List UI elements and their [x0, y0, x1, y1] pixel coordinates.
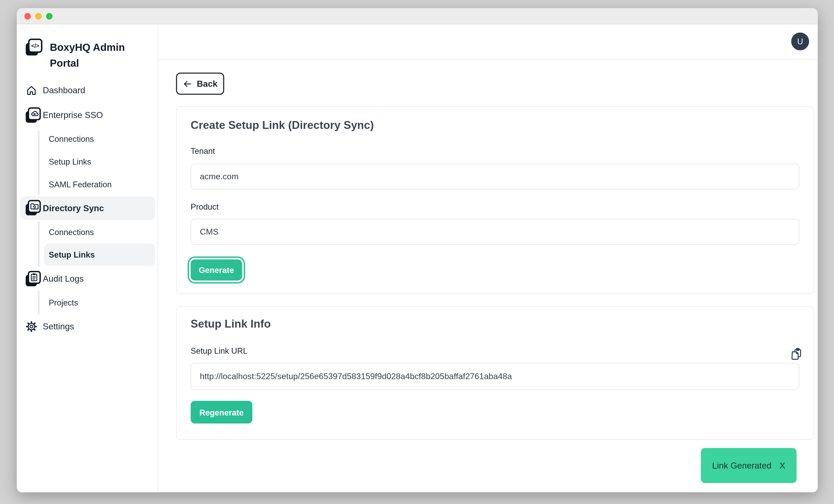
screen: </> BoxyHQ Admin Portal Dashboard — [0, 0, 834, 504]
regenerate-button[interactable]: Regenerate — [191, 401, 253, 423]
app-logo[interactable]: </> BoxyHQ Admin Portal — [25, 38, 131, 71]
home-icon — [25, 85, 37, 98]
setup-link-url-label: Setup Link URL — [191, 346, 247, 355]
sidebar-item-audit-logs[interactable]: Audit Logs — [17, 269, 157, 289]
tenant-label: Tenant — [191, 146, 215, 155]
sidebar-item-settings[interactable]: Settings — [17, 317, 157, 336]
toast-notification: Link Generated X — [701, 448, 797, 483]
sidebar-item-dashboard[interactable]: Dashboard — [17, 81, 157, 100]
setup-link-url-input[interactable] — [191, 363, 799, 390]
sidebar: </> BoxyHQ Admin Portal Dashboard — [17, 24, 158, 492]
sidebar-item-label: Connections — [49, 134, 94, 144]
svg-text:</>: </> — [31, 43, 39, 49]
copy-button[interactable] — [790, 348, 803, 360]
sidebar-item-label: Setup Links — [49, 157, 91, 166]
generate-button[interactable]: Generate — [191, 259, 242, 281]
sidebar-item-label: Directory Sync — [43, 203, 104, 213]
app-window: </> BoxyHQ Admin Portal Dashboard — [17, 8, 818, 492]
sidebar-subtree-line — [38, 221, 39, 267]
product-input[interactable] — [191, 219, 799, 245]
card-title: Setup Link Info — [191, 317, 271, 330]
copy-clipboard-icon — [790, 354, 803, 362]
window-zoom-button[interactable] — [46, 13, 52, 19]
create-setup-link-card: Create Setup Link (Directory Sync) Tenan… — [176, 106, 814, 294]
sso-cloud-keycap-icon — [25, 107, 41, 126]
gear-icon — [25, 321, 37, 335]
arrow-left-icon — [183, 79, 193, 89]
sidebar-item-audit-projects[interactable]: Projects — [49, 298, 78, 308]
sidebar-item-enterprise-sso[interactable]: Enterprise SSO — [17, 106, 157, 125]
card-title: Create Setup Link (Directory Sync) — [191, 119, 374, 132]
tenant-input[interactable] — [191, 163, 799, 190]
app-title: BoxyHQ Admin Portal — [50, 38, 131, 71]
sidebar-item-label: Enterprise SSO — [43, 110, 103, 120]
window-minimize-button[interactable] — [35, 13, 42, 19]
user-avatar[interactable]: U — [791, 32, 809, 50]
sidebar-item-directory-sync[interactable]: Directory Sync — [20, 197, 155, 220]
sidebar-item-dsync-setup-links[interactable]: Setup Links — [44, 243, 155, 266]
window-close-button[interactable] — [24, 13, 31, 19]
sidebar-item-label: Connections — [49, 227, 94, 237]
sidebar-item-saml-federation[interactable]: SAML Federation — [49, 180, 112, 190]
sidebar-item-label: Audit Logs — [43, 274, 84, 284]
sidebar-subtree-line — [38, 291, 39, 315]
sidebar-item-label: Projects — [49, 298, 78, 307]
code-keycap-icon: </> — [25, 38, 43, 71]
folder-sync-keycap-icon — [25, 200, 41, 218]
sidebar-item-sso-connections[interactable]: Connections — [49, 134, 94, 144]
top-header: U — [158, 24, 818, 60]
sidebar-item-sso-setup-links[interactable]: Setup Links — [49, 157, 91, 167]
toast-message: Link Generated — [712, 461, 772, 470]
sidebar-item-dsync-connections[interactable]: Connections — [49, 227, 94, 237]
sidebar-item-label: Dashboard — [43, 86, 85, 95]
sidebar-subtree-line — [38, 130, 39, 195]
setup-link-info-card: Setup Link Info Setup Link URL Regenerat… — [176, 306, 814, 440]
back-button[interactable]: Back — [176, 72, 224, 95]
product-label: Product — [191, 202, 219, 211]
sidebar-item-label: SAML Federation — [49, 180, 112, 189]
avatar-initial: U — [797, 37, 803, 46]
sidebar-item-label: Setup Links — [49, 250, 95, 259]
back-button-label: Back — [197, 79, 217, 89]
close-icon[interactable]: X — [780, 461, 785, 470]
window-titlebar — [17, 8, 818, 24]
sidebar-item-label: Settings — [43, 322, 74, 332]
clipboard-keycap-icon — [25, 271, 41, 289]
